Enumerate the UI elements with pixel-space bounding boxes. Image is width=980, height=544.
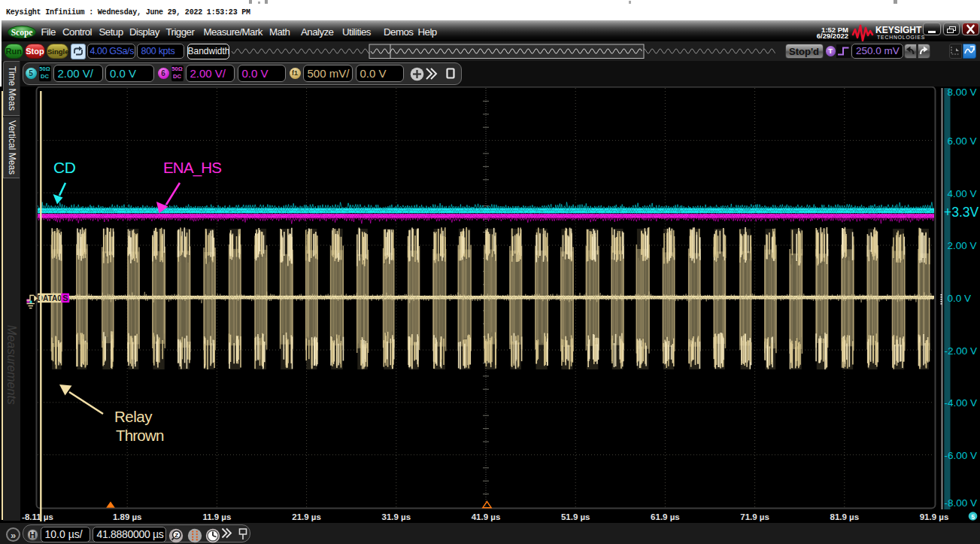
svg-text:-6.00 V: -6.00 V <box>945 450 978 461</box>
svg-text:71.9 µs: 71.9 µs <box>740 512 769 521</box>
svg-text:11.9 µs: 11.9 µs <box>202 512 231 521</box>
svg-text:-4.00 V: -4.00 V <box>945 397 978 409</box>
svg-text:8.00 V: 8.00 V <box>948 87 977 98</box>
svg-text:-8.00 V: -8.00 V <box>945 497 978 509</box>
svg-text:Relay: Relay <box>114 408 153 425</box>
svg-text:+3.3V: +3.3V <box>944 205 979 220</box>
svg-text:Thrown: Thrown <box>116 427 164 444</box>
svg-text:31.9 µs: 31.9 µs <box>381 512 411 521</box>
svg-text:61.9 µs: 61.9 µs <box>651 512 680 521</box>
svg-text:ENA_HS: ENA_HS <box>163 159 221 177</box>
svg-text:51.9 µs: 51.9 µs <box>561 512 590 521</box>
svg-text:4.00 V: 4.00 V <box>948 188 977 199</box>
svg-text:81.9 µs: 81.9 µs <box>830 512 859 521</box>
svg-text:2.00 V: 2.00 V <box>948 240 977 251</box>
svg-text:6.00 V: 6.00 V <box>948 135 977 147</box>
svg-text:Z: Z <box>174 531 178 538</box>
svg-text:S: S <box>62 293 68 302</box>
svg-text:0.0 V: 0.0 V <box>948 293 972 304</box>
svg-text:91.9 µs: 91.9 µs <box>920 512 949 521</box>
svg-text:CD: CD <box>53 159 76 176</box>
svg-text:5: 5 <box>971 513 975 521</box>
svg-text:21.9 µs: 21.9 µs <box>292 512 321 521</box>
svg-text:1.89 µs: 1.89 µs <box>113 512 142 521</box>
svg-text:41.9 µs: 41.9 µs <box>472 512 501 521</box>
svg-text:-2.00 V: -2.00 V <box>945 345 978 357</box>
svg-text:-8.11 µs: -8.11 µs <box>22 512 53 521</box>
